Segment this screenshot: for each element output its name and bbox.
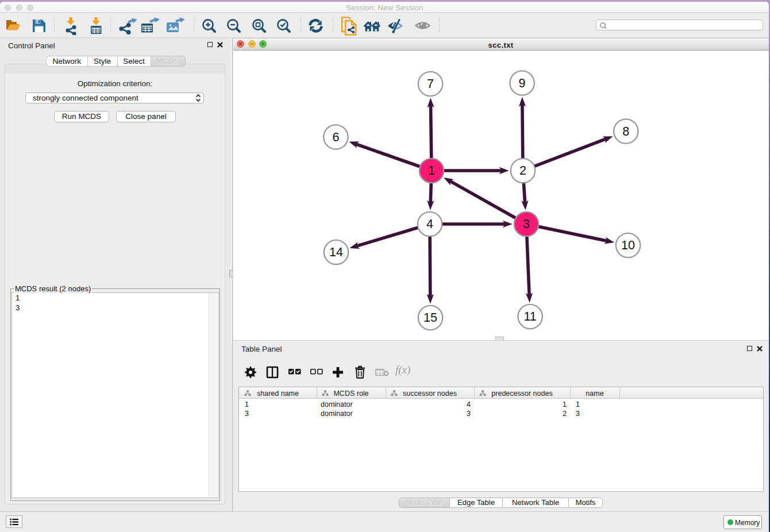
svg-text:2: 2 (519, 164, 526, 178)
svg-text:8: 8 (622, 125, 629, 138)
svg-text:10: 10 (621, 238, 635, 252)
svg-text:11: 11 (523, 310, 536, 323)
svg-text:4: 4 (426, 217, 433, 231)
svg-text:7: 7 (427, 77, 434, 91)
svg-text:15: 15 (424, 311, 437, 325)
svg-text:14: 14 (329, 245, 343, 259)
svg-text:1: 1 (428, 164, 435, 178)
svg-text:9: 9 (519, 76, 526, 90)
svg-text:6: 6 (332, 130, 339, 144)
svg-text:3: 3 (523, 217, 530, 231)
